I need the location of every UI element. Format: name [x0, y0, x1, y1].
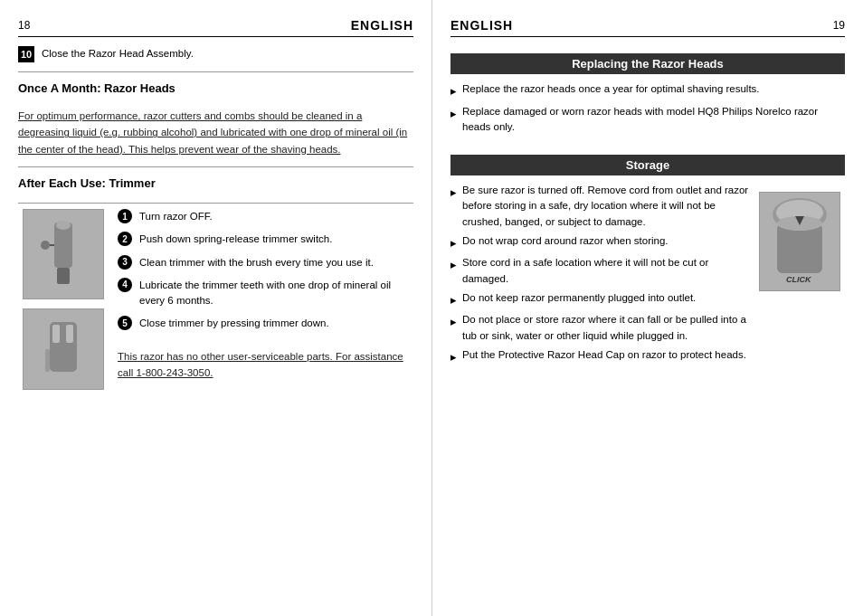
bullet-arrow-2: ▸	[450, 105, 457, 123]
step-3-number: 3	[118, 255, 132, 270]
svg-text:CLICK: CLICK	[786, 275, 812, 284]
storage-bullet-4: ▸ Do not keep razor permanently plugged …	[450, 290, 754, 309]
step-2-number: 2	[118, 232, 132, 246]
svg-point-2	[56, 221, 71, 230]
storage-arrow-5: ▸	[450, 313, 457, 331]
storage-arrow-4: ▸	[450, 291, 457, 309]
right-page-number: 19	[833, 19, 845, 32]
step-1-row: 1 Turn razor OFF.	[118, 209, 413, 224]
right-page-title: ENGLISH	[450, 18, 513, 33]
razor-svg-1	[32, 218, 95, 290]
step-3-text: Clean trimmer with the brush every time …	[139, 255, 374, 270]
step-5-number: 5	[118, 316, 132, 330]
step-1-text: Turn razor OFF.	[139, 209, 213, 224]
storage-bullet-1: ▸ Be sure razor is turned off. Remove co…	[450, 183, 754, 230]
storage-bullet-3: ▸ Store cord in a safe location where it…	[450, 255, 754, 287]
replacing-bullet-1-text: Replace the razor heads once a year for …	[462, 81, 760, 97]
step-4-row: 4 Lubricate the trimmer teeth with one d…	[118, 278, 413, 309]
storage-arrow-2: ▸	[450, 234, 457, 252]
storage-bullets: ▸ Be sure razor is turned off. Remove co…	[450, 183, 754, 365]
step-10-text: Close the Razor Head Assembly.	[42, 46, 194, 62]
replacing-bullet-2-text: Replace damaged or worn razor heads with…	[462, 104, 845, 136]
once-a-month-title: Once A Month: Razor Heads	[18, 81, 413, 95]
step-3-row: 3 Clean trimmer with the brush every tim…	[118, 255, 413, 270]
svg-rect-7	[66, 325, 73, 343]
svg-rect-8	[45, 349, 50, 372]
storage-header: Storage	[450, 155, 845, 175]
svg-rect-11	[777, 223, 822, 273]
step-5-row: 5 Close trimmer by pressing trimmer down…	[118, 316, 413, 331]
storage-bullet-6: ▸ Put the Protective Razor Head Cap on r…	[450, 347, 754, 366]
storage-arrow-6: ▸	[450, 348, 457, 366]
trimmer-image-2	[23, 308, 104, 390]
replacing-header: Replacing the Razor Heads	[450, 53, 845, 74]
razor-svg-2	[32, 317, 95, 381]
bullet-arrow-1: ▸	[450, 82, 457, 100]
trimmer-image-1	[23, 209, 104, 299]
replacing-bullets: ▸ Replace the razor heads once a year fo…	[450, 81, 845, 138]
left-page: 18 ENGLISH 10 Close the Razor Head Assem…	[0, 0, 432, 616]
steps-column: 1 Turn razor OFF. 2 Push down spring-rel…	[118, 209, 413, 598]
storage-bullet-1-text: Be sure razor is turned off. Remove cord…	[462, 183, 754, 230]
step-10-container: 10 Close the Razor Head Assembly.	[18, 46, 413, 72]
storage-bullet-3-text: Store cord in a safe location where it w…	[462, 255, 754, 287]
storage-bullet-6-text: Put the Protective Razor Head Cap on raz…	[462, 347, 746, 363]
image-column	[18, 209, 109, 598]
replacing-bullet-1: ▸ Replace the razor heads once a year fo…	[450, 81, 845, 100]
left-page-number: 18	[18, 19, 30, 32]
right-page-header: ENGLISH 19	[450, 18, 845, 37]
left-page-header: 18 ENGLISH	[18, 18, 413, 37]
storage-bullet-5: ▸ Do not place or store razor where it c…	[450, 312, 754, 344]
storage-bullet-2-text: Do not wrap cord around razor when stori…	[462, 233, 669, 249]
left-page-title: ENGLISH	[351, 18, 413, 33]
storage-text-area: ▸ Be sure razor is turned off. Remove co…	[450, 183, 754, 598]
step-5-text: Close trimmer by pressing trimmer down.	[139, 316, 329, 331]
replacing-bullet-2: ▸ Replace damaged or worn razor heads wi…	[450, 104, 845, 136]
step-4-number: 4	[118, 278, 132, 292]
once-a-month-body: For optimum performance, razor cutters a…	[18, 108, 413, 167]
storage-bullet-2: ▸ Do not wrap cord around razor when sto…	[450, 233, 754, 252]
step-2-text: Push down spring-release trimmer switch.	[139, 232, 332, 247]
storage-bullet-4-text: Do not keep razor permanently plugged in…	[462, 290, 696, 306]
svg-rect-1	[57, 268, 70, 284]
storage-bullet-5-text: Do not place or store razor where it can…	[462, 312, 754, 344]
once-a-month-section: Once A Month: Razor Heads	[18, 81, 413, 100]
storage-arrow-1: ▸	[450, 184, 457, 202]
step-4-text: Lubricate the trimmer teeth with one dro…	[139, 278, 413, 309]
storage-image: CLICK	[759, 192, 840, 291]
footer-text: This razor has no other user-serviceable…	[118, 348, 413, 382]
svg-rect-6	[52, 325, 60, 343]
after-each-use-section: After Each Use: Trimmer	[18, 176, 413, 204]
step-2-row: 2 Push down spring-release trimmer switc…	[118, 232, 413, 247]
steps-with-images: 1 Turn razor OFF. 2 Push down spring-rel…	[18, 209, 413, 598]
svg-point-4	[41, 241, 50, 250]
step-10-number: 10	[18, 46, 34, 62]
step-1-number: 1	[118, 209, 132, 223]
after-each-use-title: After Each Use: Trimmer	[18, 176, 413, 190]
storage-arrow-3: ▸	[450, 256, 457, 274]
storage-image-column: CLICK	[754, 183, 845, 598]
storage-razor-svg: CLICK	[763, 196, 836, 287]
right-page: ENGLISH 19 Replacing the Razor Heads ▸ R…	[432, 0, 863, 616]
storage-content: ▸ Be sure razor is turned off. Remove co…	[450, 183, 845, 598]
